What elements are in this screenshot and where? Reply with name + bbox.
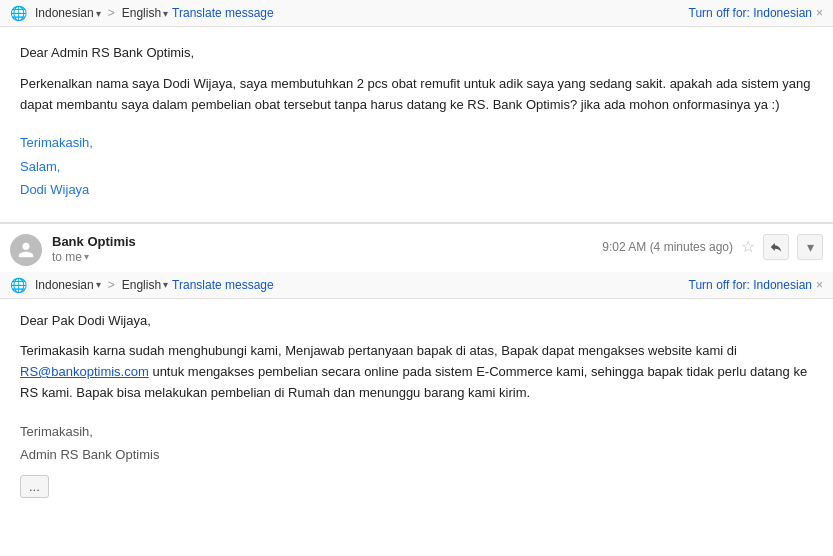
closing2-line-1: Terimakasih,: [20, 420, 813, 443]
email-1-closing: Terimakasih, Salam, Dodi Wijaya: [20, 131, 813, 201]
email-1-paragraph: Perkenalkan nama saya Dodi Wijaya, saya …: [20, 74, 813, 116]
email-2-closing: Terimakasih, Admin RS Bank Optimis: [20, 420, 813, 467]
avatar-icon: [17, 241, 35, 259]
star-icon[interactable]: ☆: [741, 237, 755, 256]
lang-arrow-2: >: [108, 278, 115, 292]
expand-dots-button[interactable]: ...: [20, 475, 49, 498]
reply-icon: [769, 240, 783, 254]
lang-arrow-1: >: [108, 6, 115, 20]
more-options-button[interactable]: ▾: [797, 234, 823, 260]
closing-line-3: Dodi Wijaya: [20, 178, 813, 201]
email-link[interactable]: RS@bankoptimis.com: [20, 364, 149, 379]
sender-avatar: [10, 234, 42, 266]
close-translate-2[interactable]: ×: [816, 278, 823, 292]
closing2-line-2: Admin RS Bank Optimis: [20, 443, 813, 466]
translate-bar-1: 🌐 Indonesian ▾ > English ▾ Translate mes…: [0, 0, 833, 27]
email-1-greeting: Dear Admin RS Bank Optimis,: [20, 43, 813, 64]
turn-off-link-2[interactable]: Turn off for: Indonesian ×: [689, 278, 823, 292]
email-2-paragraph: Terimakasih karna sudah menghubungi kami…: [20, 341, 813, 403]
source-lang-chevron-1: ▾: [96, 8, 101, 19]
source-lang-1[interactable]: Indonesian ▾: [35, 6, 101, 20]
email-2-header: Bank Optimis to me ▾ 9:02 AM (4 minutes …: [0, 223, 833, 272]
closing-line-1: Terimakasih,: [20, 131, 813, 154]
close-translate-1[interactable]: ×: [816, 6, 823, 20]
email-2-body: Dear Pak Dodi Wijaya, Terimakasih karna …: [0, 299, 833, 514]
email-1: 🌐 Indonesian ▾ > English ▾ Translate mes…: [0, 0, 833, 223]
translate-icon-1: 🌐: [10, 5, 27, 21]
source-lang-chevron-2: ▾: [96, 279, 101, 290]
sender-name: Bank Optimis: [52, 234, 602, 249]
translate-message-link-1[interactable]: Translate message: [172, 6, 274, 20]
translate-bar-2: 🌐 Indonesian ▾ > English ▾ Translate mes…: [0, 272, 833, 299]
more-options-icon: ▾: [807, 239, 814, 255]
target-lang-chevron-2: ▾: [163, 279, 168, 290]
target-lang-chevron-1: ▾: [163, 8, 168, 19]
email-time: 9:02 AM (4 minutes ago): [602, 240, 733, 254]
para-part1: Terimakasih karna sudah menghubungi kami…: [20, 343, 737, 358]
source-lang-2[interactable]: Indonesian ▾: [35, 278, 101, 292]
turn-off-link-1[interactable]: Turn off for: Indonesian ×: [689, 6, 823, 20]
sender-info: Bank Optimis to me ▾: [52, 234, 602, 264]
email-meta-right: 9:02 AM (4 minutes ago) ☆ ▾: [602, 234, 823, 260]
target-lang-1[interactable]: English ▾: [122, 6, 168, 20]
translate-icon-2: 🌐: [10, 277, 27, 293]
email-2-greeting: Dear Pak Dodi Wijaya,: [20, 311, 813, 332]
target-lang-2[interactable]: English ▾: [122, 278, 168, 292]
to-me-line: to me ▾: [52, 250, 602, 264]
reply-button[interactable]: [763, 234, 789, 260]
closing-line-2: Salam,: [20, 155, 813, 178]
translate-message-link-2[interactable]: Translate message: [172, 278, 274, 292]
email-1-body: Dear Admin RS Bank Optimis, Perkenalkan …: [0, 27, 833, 222]
to-me-chevron[interactable]: ▾: [84, 251, 89, 262]
